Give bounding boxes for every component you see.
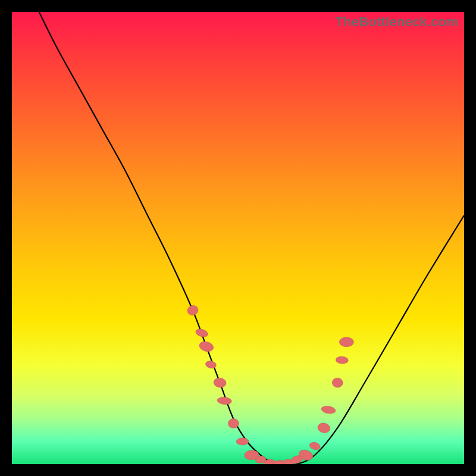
data-marker — [331, 377, 343, 388]
chart-svg — [12, 12, 464, 464]
data-marker — [205, 360, 217, 369]
data-marker — [339, 337, 353, 347]
data-marker — [198, 340, 214, 353]
data-marker — [213, 377, 227, 389]
data-marker — [317, 422, 331, 434]
plot-area: TheBottleneck.com — [12, 12, 464, 464]
watermark-text: TheBottleneck.com — [336, 14, 458, 30]
data-marker — [217, 397, 232, 405]
data-marker — [228, 418, 239, 428]
data-marker — [309, 441, 321, 450]
data-marker — [186, 304, 199, 317]
curve-group — [39, 12, 464, 464]
bottleneck-curve — [39, 12, 464, 464]
data-marker — [236, 438, 249, 445]
data-marker — [321, 405, 336, 415]
data-marker — [336, 356, 349, 364]
chart-frame: TheBottleneck.com — [0, 0, 476, 476]
data-marker — [195, 328, 209, 339]
